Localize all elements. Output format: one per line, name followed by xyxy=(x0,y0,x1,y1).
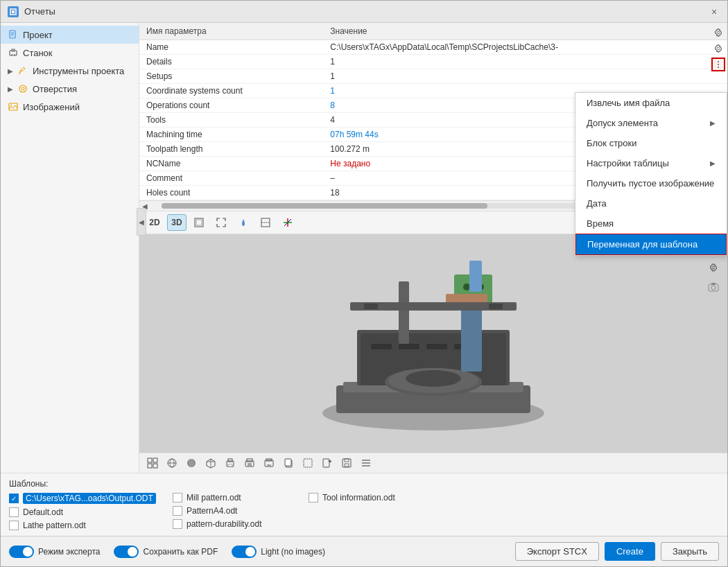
checkbox-mill[interactable] xyxy=(173,493,182,503)
template-output-odt-label[interactable]: C:\Users\xTAG...oads\Output.ODT xyxy=(23,493,156,504)
3d-view xyxy=(139,234,727,453)
template-mill-label[interactable]: Mill pattern.odt xyxy=(187,493,241,503)
layers-btn[interactable] xyxy=(357,455,375,471)
svg-point-59 xyxy=(189,459,194,467)
param-value-cell: 1 xyxy=(323,55,727,69)
checkbox-durability[interactable] xyxy=(173,519,182,529)
table-row[interactable]: Setups1 xyxy=(139,69,727,84)
table-row[interactable]: NameC:\Users\xTAGx\AppData\Local\Temp\SC… xyxy=(139,40,727,55)
param-value-cell: C:\Users\xTAGx\AppData\Local\Temp\SCProj… xyxy=(323,40,727,55)
create-button[interactable]: Create xyxy=(605,542,655,561)
sidebar-collapse[interactable]: ◀ xyxy=(137,208,146,236)
template-durability-label[interactable]: pattern-durability.odt xyxy=(187,519,262,529)
menu-item-date[interactable]: Дата xyxy=(575,193,727,213)
menu-item-template-variable[interactable]: Переменная для шаблона xyxy=(575,234,727,255)
globe-btn[interactable] xyxy=(163,455,181,471)
select-btn[interactable] xyxy=(299,455,317,471)
menu-item-extract-filename[interactable]: Извлечь имя файла xyxy=(575,93,727,113)
light-mode-toggle-group: Light (no images) xyxy=(232,546,325,558)
save-pdf-toggle[interactable] xyxy=(114,546,139,558)
sidebar-holes-label: Отверстия xyxy=(33,84,77,94)
svg-rect-44 xyxy=(399,281,409,344)
checkbox-default[interactable] xyxy=(9,507,19,517)
section-btn[interactable] xyxy=(256,214,275,231)
checkbox-lathe[interactable] xyxy=(9,521,19,530)
svg-rect-30 xyxy=(371,344,392,349)
dots-icon[interactable] xyxy=(711,58,725,71)
svg-line-10 xyxy=(19,70,21,74)
scroll-thumb[interactable] xyxy=(162,203,487,209)
main-content: Проект Станок ▶ Инструменты проекта ▶ xyxy=(1,23,727,473)
link-3d-2[interactable] xyxy=(705,259,722,276)
menu-item-tolerance[interactable]: Допуск элемента▶ xyxy=(575,113,727,133)
param-name-cell: Comment xyxy=(139,171,323,186)
param-name-cell: Tools xyxy=(139,113,323,128)
svg-rect-51 xyxy=(148,458,152,462)
svg-rect-80 xyxy=(345,464,349,466)
param-name-cell: Setups xyxy=(139,69,323,84)
svg-point-8 xyxy=(11,54,12,55)
save-btn[interactable] xyxy=(338,455,356,471)
camera-3d[interactable] xyxy=(705,279,722,295)
close-button[interactable]: × xyxy=(708,6,720,18)
document-icon xyxy=(8,29,19,40)
grid-btn[interactable] xyxy=(144,455,162,471)
cube-btn[interactable] xyxy=(202,455,220,471)
wireframe-btn[interactable] xyxy=(189,214,209,231)
table-row[interactable]: Details1 xyxy=(139,55,727,69)
svg-rect-53 xyxy=(148,464,152,468)
menu-item-empty-image[interactable]: Получить пустое изображение xyxy=(575,173,727,193)
template-pattern-a4-label[interactable]: PatternA4.odt xyxy=(187,506,237,516)
menu-item-block-row[interactable]: Блок строки xyxy=(575,133,727,153)
print2-btn[interactable] xyxy=(241,455,259,471)
link-icon-2[interactable] xyxy=(711,42,725,55)
sidebar-machine-label: Станок xyxy=(23,48,53,58)
checkbox-pattern-a4[interactable] xyxy=(173,506,182,516)
copy-btn[interactable] xyxy=(279,455,297,471)
btn-3d[interactable]: 3D xyxy=(167,214,187,231)
template-durability: pattern-durability.odt xyxy=(173,519,297,529)
template-default-label[interactable]: Default.odt xyxy=(23,507,63,517)
light-mode-toggle[interactable] xyxy=(232,546,257,558)
menu-item-time[interactable]: Время xyxy=(575,213,727,234)
templates-grid: ✓ C:\Users\xTAG...oads\Output.ODT Defaul… xyxy=(9,493,719,530)
sidebar-item-holes[interactable]: ▶ Отверстия xyxy=(1,80,139,98)
submenu-arrow-icon: ▶ xyxy=(710,119,716,127)
templates-col2: Mill pattern.odt PatternA4.odt pattern-d… xyxy=(173,493,297,529)
print-btn[interactable] xyxy=(221,455,239,471)
svg-point-14 xyxy=(10,105,12,106)
sphere-btn[interactable] xyxy=(182,455,200,471)
sidebar-item-project[interactable]: Проект xyxy=(1,26,139,44)
template-lathe-label[interactable]: Lathe pattern.odt xyxy=(23,521,86,530)
sidebar-item-images[interactable]: Изображений xyxy=(1,98,139,116)
axes-btn[interactable] xyxy=(278,214,297,231)
main-window: Отчеты × Проект Станок ▶ xyxy=(0,0,728,567)
svg-rect-65 xyxy=(228,464,232,466)
link-icon-1[interactable] xyxy=(711,26,725,40)
param-name-cell: Holes count xyxy=(139,186,323,200)
print3-btn[interactable] xyxy=(260,455,278,471)
checkbox-output-odt[interactable]: ✓ xyxy=(9,494,19,503)
sidebar-item-machine[interactable]: Станок xyxy=(1,44,139,62)
svg-rect-19 xyxy=(196,220,202,225)
export-btn[interactable] xyxy=(318,455,336,471)
export-stcx-button[interactable]: Экспорт STCX xyxy=(515,542,599,561)
fit-btn[interactable] xyxy=(211,214,231,231)
btn-2d[interactable]: 2D xyxy=(145,214,164,231)
close-dialog-button[interactable]: Закрыть xyxy=(661,542,719,561)
svg-rect-46 xyxy=(364,304,378,309)
svg-rect-1 xyxy=(12,10,15,13)
svg-point-11 xyxy=(19,85,26,92)
param-name-cell: Operations count xyxy=(139,98,323,113)
expert-mode-toggle[interactable] xyxy=(9,546,34,558)
drop-btn[interactable] xyxy=(234,214,253,231)
param-name-cell: Name xyxy=(139,40,323,55)
expert-mode-toggle-group: Режим эксперта xyxy=(9,546,100,558)
col-param-header: Имя параметра xyxy=(139,23,323,40)
template-tool-info-label[interactable]: Tool information.odt xyxy=(322,493,395,503)
sidebar-item-tools[interactable]: ▶ Инструменты проекта xyxy=(1,62,139,80)
checkbox-tool-info[interactable] xyxy=(309,493,318,503)
param-name-cell: Machining time xyxy=(139,128,323,142)
menu-item-table-settings[interactable]: Настройки таблицы▶ xyxy=(575,153,727,173)
bottom-view-toolbar xyxy=(139,453,727,473)
